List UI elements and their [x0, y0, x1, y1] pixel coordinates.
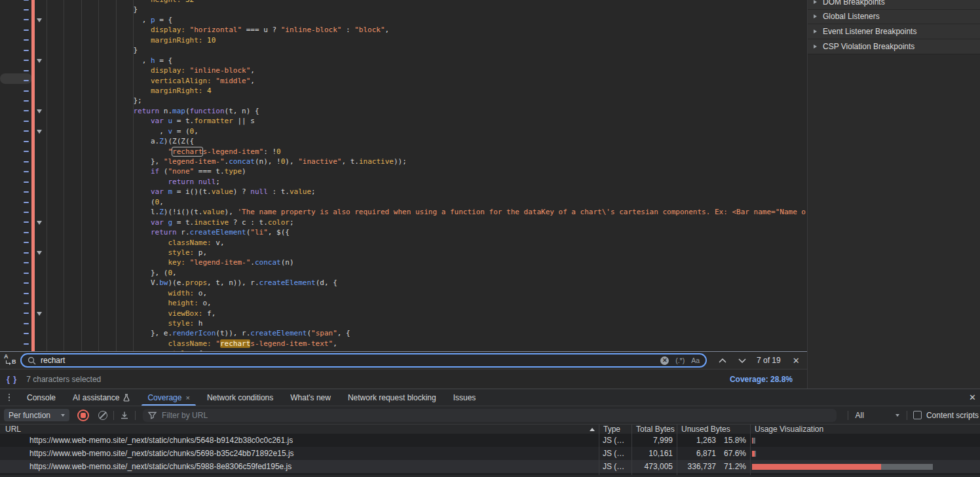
line-marker [24, 39, 29, 41]
fold-arrow-icon[interactable] [37, 221, 42, 225]
unused-bytes-cell: 58,85341.0% [677, 473, 750, 475]
pretty-print-icon[interactable]: { } [7, 375, 17, 384]
url-cell: https://www.web-memo.site/_next/static/c… [0, 447, 599, 460]
code-line: , p = { [0, 15, 807, 25]
tab-label: Network conditions [207, 393, 273, 402]
column-header-url[interactable]: URL [0, 425, 599, 435]
line-marker [24, 323, 29, 324]
line-marker [24, 343, 29, 345]
column-header-total-bytes[interactable]: Total Bytes [631, 425, 677, 435]
code-line: , v = (0, [0, 126, 807, 136]
search-previous-button[interactable] [719, 358, 726, 363]
sidebar-section-csp-violation-breakpoints[interactable]: CSP Violation Breakpoints [808, 39, 980, 54]
fold-arrow-icon[interactable] [37, 109, 42, 113]
table-row[interactable]: https://www.web-memo.site/_next/static/c… [0, 447, 980, 460]
fold-arrow-icon[interactable] [37, 251, 42, 255]
search-bar: AB rechart ✕ (.*) Aa [0, 351, 807, 369]
fold-arrow-icon[interactable] [37, 59, 42, 63]
search-query[interactable]: rechart [41, 356, 65, 365]
tab-network-request-blocking[interactable]: Network request blocking [339, 389, 445, 406]
total-bytes-cell: 473,005 [631, 460, 677, 473]
tab-label: AI assistance [73, 393, 119, 402]
code-line: className: v, [0, 238, 807, 248]
column-header-unused-bytes[interactable]: Unused Bytes [677, 425, 750, 435]
devtools-window: height: 32 } , p = { display: "horizonta… [0, 0, 980, 477]
tab-ai-assistance[interactable]: AI assistance [64, 389, 139, 406]
selection-status: 7 characters selected [26, 375, 101, 384]
coverage-mode-select[interactable]: Per function [4, 409, 69, 421]
fold-arrow-icon[interactable] [37, 18, 42, 22]
clear-coverage-icon[interactable] [98, 411, 107, 420]
drawer-panel: ConsoleAI assistanceCoverage×Network con… [0, 389, 980, 477]
download-icon [120, 411, 129, 419]
search-input[interactable]: rechart ✕ (.*) Aa [20, 353, 707, 368]
code-line: }, e.renderIcon(t)), r.createElement("sp… [0, 328, 807, 338]
type-filter-select[interactable]: All [856, 411, 899, 420]
sidebar-section-event-listener-breakpoints[interactable]: Event Listener Breakpoints [808, 24, 980, 39]
chevron-down-icon [61, 414, 65, 417]
replace-toggle-icon[interactable]: AB [3, 355, 17, 366]
code-line: viewBox: f, [0, 309, 807, 318]
fold-arrow-icon[interactable] [37, 312, 42, 316]
more-tabs-menu-icon[interactable] [0, 394, 18, 402]
sidebar-section-global-listeners[interactable]: Global Listeners [808, 10, 980, 25]
close-tab-icon[interactable]: × [185, 394, 189, 402]
tab-console[interactable]: Console [18, 389, 64, 406]
chevron-right-icon [814, 0, 817, 4]
table-row[interactable]: https://www.web-memo.site/_next/static/c… [0, 473, 980, 475]
line-marker [24, 303, 29, 304]
code-line: key: "legend-item-".concat(n) [0, 258, 807, 267]
chevron-right-icon [814, 14, 817, 18]
unused-bytes-cell: 6,87167.6% [677, 447, 750, 460]
tab-label: Coverage [147, 393, 181, 402]
column-header-usage-visualization[interactable]: Usage Visualization [750, 425, 980, 435]
section-label: Global Listeners [823, 12, 880, 21]
line-marker [24, 0, 29, 1]
match-case-toggle[interactable]: Aa [691, 356, 700, 364]
type-cell: JS (per function) [599, 473, 631, 475]
section-label: Event Listener Breakpoints [823, 27, 916, 36]
code-line: var u = t.formatter || s [0, 116, 807, 126]
line-marker [24, 181, 29, 183]
code-line: } [0, 5, 807, 14]
sidebar-section-dom-breakpoints[interactable]: DOM Breakpoints [808, 0, 980, 10]
line-marker [24, 212, 29, 213]
tab-issues[interactable]: Issues [445, 389, 485, 406]
clear-search-icon[interactable]: ✕ [660, 356, 669, 365]
code-editor[interactable]: height: 32 } , p = { display: "horizonta… [0, 0, 807, 351]
coverage-unused-stripe [31, 0, 35, 351]
line-marker [24, 282, 29, 284]
column-header-type[interactable]: Type [599, 425, 631, 435]
code-line: (0, [0, 197, 807, 207]
url-filter-input[interactable]: Filter by URL [143, 409, 837, 422]
stop-recording-button[interactable] [77, 410, 89, 421]
drawer-tab-bar: ConsoleAI assistanceCoverage×Network con… [0, 389, 980, 406]
debugger-sidebar: DOM BreakpointsGlobal ListenersEvent Lis… [807, 0, 980, 389]
tab-label: Console [27, 393, 56, 402]
tab-network-conditions[interactable]: Network conditions [198, 389, 282, 406]
code-line: display: "inline-block", [0, 66, 807, 75]
code-line: height: 32 [0, 0, 807, 5]
line-marker [24, 171, 29, 172]
table-row[interactable]: https://www.web-memo.site/_next/static/c… [0, 434, 980, 447]
regex-toggle[interactable]: (.*) [675, 356, 685, 364]
export-coverage-button[interactable] [120, 411, 129, 419]
tab-what-s-new[interactable]: What's new [282, 389, 339, 406]
close-drawer-icon[interactable]: ✕ [969, 392, 976, 402]
content-scripts-checkbox[interactable] [913, 411, 922, 419]
line-marker [24, 100, 29, 102]
line-marker [24, 121, 29, 122]
table-row[interactable]: https://www.web-memo.site/_next/static/c… [0, 460, 980, 473]
fold-arrow-icon[interactable] [37, 130, 42, 134]
search-next-button[interactable] [738, 358, 746, 363]
editor-status-bar: { } 7 characters selected Coverage: 28.8… [0, 369, 807, 389]
close-search-icon[interactable]: ✕ [793, 356, 800, 366]
tab-coverage[interactable]: Coverage× [139, 389, 198, 406]
code-line: if ("none" === t.type) [0, 166, 807, 176]
chevron-right-icon [814, 45, 817, 48]
code-line: a.Z)(Z(Z({ [0, 136, 807, 146]
coverage-status-link[interactable]: Coverage: 28.8% [730, 375, 793, 384]
search-match: rechart [172, 147, 202, 156]
code-line: style: p, [0, 248, 807, 258]
code-line: className: "recharts-legend-item-text", [0, 339, 807, 349]
